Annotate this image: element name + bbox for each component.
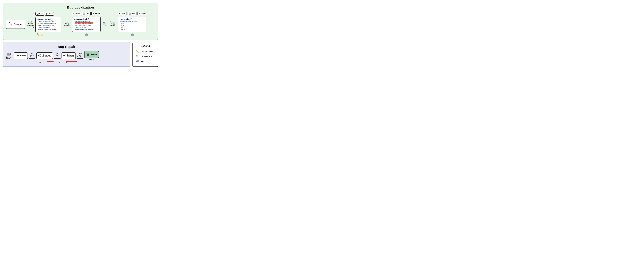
patches-block-2: Patches pass related tests <box>36 52 53 59</box>
patches-sublabel-3: pass all tests <box>67 56 74 57</box>
legend-item-method-recorder: ✏️ MethodRecorder <box>136 50 155 53</box>
patches-block-3: Patches pass all tests <box>62 52 76 59</box>
line-574: line 574 <box>120 26 144 28</box>
debug-recorder-icon: 🔍 <box>102 22 107 26</box>
arrow-line-3 <box>109 27 117 27</box>
arrow-choose-one: ChooseOneRandom <box>76 53 84 59</box>
svg-point-13 <box>64 55 65 56</box>
bottom-row: Bug Repair 🤖 GeneratePatches <box>2 42 158 67</box>
line-476: line 476 <box>120 24 144 26</box>
robot-icon-1: 🤖 <box>85 33 88 36</box>
patches-box-2: Patches pass related tests <box>36 52 53 59</box>
feedback-arrows <box>6 61 127 63</box>
related-item-1: Number createNumber(String) <box>38 22 59 25</box>
patches-label-1: Patches <box>20 55 26 57</box>
buggy-link-2: ....lang3.StringUtils: <box>74 26 98 28</box>
line-476-text: line 476 <box>121 25 125 26</box>
legend-item-debug-recorder: 🔍 DebugRecorder <box>136 55 155 58</box>
bug-localization-section: Bug Localization Project LocateRelatedMe… <box>2 2 158 40</box>
related-methods-box: Related Method(s) ....lang3.math.NumberU… <box>36 17 61 32</box>
buggy-methods-content: ....lang3.math.NumberUtils: Number creat… <box>74 20 98 30</box>
related-item-2: Integer createInteger(String) <box>38 25 59 27</box>
legend-title: Legend <box>136 44 155 47</box>
arrow-locate-buggy-line-text: LocateBuggyLine(s) <box>110 21 115 26</box>
result-patch-icon <box>86 53 90 56</box>
arrow-run-related: RunRelatedTests <box>28 53 36 59</box>
svg-rect-0 <box>37 13 38 14</box>
stack-badge-3: Stack <box>128 12 136 15</box>
llm-block: 🤖 GeneratePatches <box>6 52 12 60</box>
svg-point-6 <box>94 14 94 14</box>
patches-box-1: Patches <box>14 52 28 59</box>
patches-icon-1 <box>16 54 19 57</box>
svg-rect-17 <box>88 55 89 56</box>
arrow-locate-related-text: LocateRelatedMethod(s) <box>27 21 34 26</box>
svg-point-12 <box>39 55 40 56</box>
svg-rect-7 <box>120 13 121 14</box>
svg-rect-5 <box>83 14 85 14</box>
llm-icon-area-2: 🤖 <box>118 33 147 36</box>
related-method-icons: Issue Stack <box>36 12 61 16</box>
related-link-2: ....lang3.StringUtils: <box>38 27 59 29</box>
patches-label-3-block: Patches pass all tests <box>67 54 74 57</box>
debug-badge-3: Debug <box>137 12 147 15</box>
issue-label-1: Issue <box>39 13 43 14</box>
buggy-methods-box: Buggy Method(s) ....lang3.math.NumberUti… <box>72 17 100 32</box>
patches-sublabel-2: pass related tests <box>42 56 51 57</box>
svg-rect-16 <box>87 55 88 56</box>
result-sublabel: Result <box>89 58 94 60</box>
method-recorder-icon-area: ✏️ 📐 <box>37 33 61 36</box>
stack-label-1: Stack <box>49 13 52 14</box>
robot-icon-llm: 🤖 <box>7 52 11 56</box>
ruler-icon: 📐 <box>40 33 43 36</box>
related-methods-title: Related Method(s) <box>38 18 59 20</box>
llm-icon-area-1: 🤖 <box>72 33 101 36</box>
issue-label-3: Issue <box>122 13 126 14</box>
result-patch-label: Patch <box>90 53 97 56</box>
arrow-line-1 <box>26 27 34 27</box>
related-methods-content: ....lang3.math.NumberUtils: Number creat… <box>38 20 59 31</box>
buggy-lines-icons: Issue Stack Debug <box>118 12 147 15</box>
svg-rect-15 <box>88 53 89 54</box>
issue-badge-2: Issue <box>72 12 81 15</box>
svg-rect-8 <box>129 13 131 13</box>
buggy-item-2: boolean isBlank(CharSequence) <box>74 28 98 30</box>
svg-point-10 <box>140 14 140 14</box>
run-related-text: RunRelatedTests <box>30 53 34 58</box>
highlight-red-span: Number createNumber(String) <box>75 22 93 24</box>
choose-one-text: ChooseOneRandom <box>78 53 82 58</box>
arrow-locate-buggy-text: LocateBuggyMethod(s) <box>64 21 70 26</box>
method-recorder-legend-label: MethodRecorder <box>141 51 153 53</box>
arrow-head-4 <box>60 58 60 59</box>
issue-badge-1: Issue <box>36 12 44 16</box>
stack-badge-1: Stack <box>45 12 54 16</box>
llm-legend-label: LLM <box>141 60 144 62</box>
related-link-1: ....lang3.math.NumberUtils: <box>38 20 59 22</box>
buggy-lines-area: Issue Stack Debug Buggy Line(s) ....lang… <box>118 12 147 36</box>
project-label: Project <box>14 23 22 26</box>
legend-box: Legend ✏️ MethodRecorder 🔍 DebugRecorder… <box>132 42 158 67</box>
result-patch-box: Patch <box>84 51 99 58</box>
svg-rect-9 <box>129 14 131 14</box>
stack-badge-2: Stack <box>82 12 90 15</box>
buggy-methods-title: Buggy Method(s) <box>74 18 98 20</box>
buggy-lines-link: ....lang3.math.NumberUtils: <box>120 20 144 22</box>
svg-rect-14 <box>87 53 88 54</box>
svg-rect-1 <box>46 13 48 13</box>
arrow-locate-buggy: LocateBuggyMethod(s) <box>62 21 72 27</box>
llm-legend-icon: 🤖 <box>136 59 140 62</box>
stack-label-3: Stack <box>132 13 135 14</box>
issue-badge-3: Issue <box>118 12 127 15</box>
related-methods-area: Issue Stack Related Method(s) ....lang3.… <box>36 12 61 36</box>
pencil-icon: ✏️ <box>37 33 40 36</box>
patches-label-3: Patches <box>67 54 74 56</box>
arrow-head-3 <box>34 58 36 59</box>
project-box: Project <box>6 20 25 29</box>
arrow-choose-line <box>77 58 83 59</box>
issue-label-2: Issue <box>76 13 80 14</box>
buggy-lines-box: Buggy Line(s) ....lang3.math.NumberUtils… <box>118 17 146 32</box>
arrow-locate-related: LocateRelatedMethod(s) <box>25 21 36 27</box>
arrow-locate-buggy-line: LocateBuggyLine(s) <box>108 21 118 27</box>
line-586: line 586 <box>120 28 144 30</box>
debug-badge-2: Debug <box>91 12 101 15</box>
